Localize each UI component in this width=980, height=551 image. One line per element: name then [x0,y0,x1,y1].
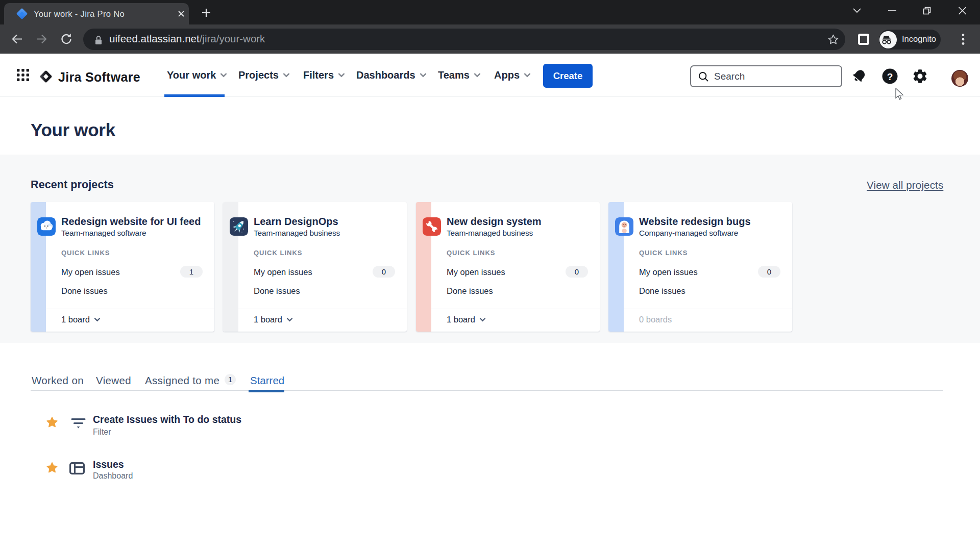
svg-text:?: ? [887,71,893,82]
